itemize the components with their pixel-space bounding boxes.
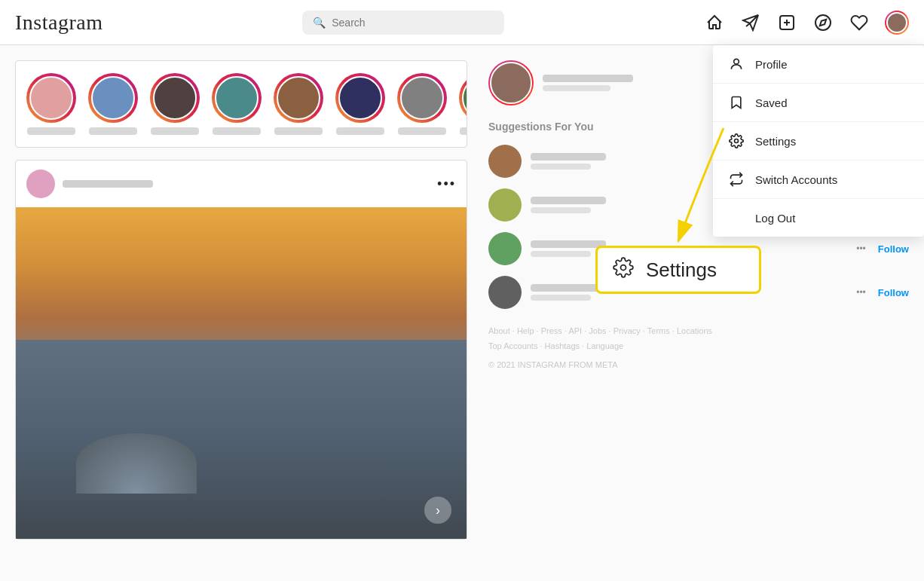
story-label [274, 127, 323, 135]
logo: Instagram [15, 11, 102, 35]
dropdown-item-settings[interactable]: Settings [713, 122, 924, 161]
footer-link-press[interactable]: Press [541, 326, 562, 335]
story-avatar [153, 76, 197, 120]
more-dots-icon: ••• [856, 287, 866, 298]
dropdown-saved-label: Saved [755, 96, 788, 109]
post-username [63, 180, 153, 188]
footer-link-hashtags[interactable]: Hashtags [545, 341, 580, 350]
story-item[interactable] [459, 73, 467, 135]
heart-icon[interactable] [849, 12, 870, 33]
story-avatar [338, 76, 382, 120]
story-ring [150, 73, 200, 123]
story-label [89, 127, 137, 135]
follow-button[interactable]: Follow [878, 287, 909, 298]
story-item[interactable] [335, 73, 385, 135]
story-label [398, 127, 446, 135]
story-ring [274, 73, 323, 123]
search-input[interactable] [332, 17, 494, 29]
story-avatar [215, 76, 259, 120]
city-scene [16, 340, 467, 539]
suggestion-avatar [488, 188, 522, 222]
story-ring [26, 73, 76, 123]
profile-icon [728, 56, 745, 72]
dropdown-menu: Profile Saved Settings [713, 45, 924, 237]
follow-button[interactable]: Follow [878, 243, 909, 255]
send-icon[interactable] [740, 12, 761, 33]
footer-link-help[interactable]: Help [517, 326, 534, 335]
suggestion-sub [531, 295, 591, 301]
dropdown-item-logout[interactable]: Log Out [713, 199, 924, 237]
dropdown-profile-label: Profile [755, 58, 788, 71]
suggestion-avatar [488, 232, 522, 265]
story-item[interactable] [150, 73, 200, 135]
logout-icon [728, 209, 745, 226]
footer-link-top-accounts[interactable]: Top Accounts [488, 341, 537, 350]
header: Instagram 🔍 [0, 0, 924, 45]
story-item[interactable] [26, 73, 76, 135]
dome-building [76, 433, 197, 494]
post-avatar [26, 170, 55, 198]
story-avatar [29, 76, 73, 120]
footer-link-jobs[interactable]: Jobs [589, 326, 606, 335]
story-label [336, 127, 384, 135]
footer-link-terms[interactable]: Terms [647, 326, 670, 335]
add-post-icon[interactable] [776, 12, 797, 33]
footer-links: About · Help · Press · API · Jobs · Priv… [488, 324, 909, 354]
nav-icons [704, 11, 909, 35]
svg-point-7 [735, 139, 739, 143]
feed: ••• › [15, 60, 467, 540]
svg-point-4 [815, 15, 831, 30]
svg-marker-5 [820, 19, 826, 25]
story-avatar [462, 76, 467, 120]
footer-link-privacy[interactable]: Privacy [613, 326, 641, 335]
suggestions-title: Suggestions For You [488, 121, 594, 133]
suggestion-name [531, 153, 606, 161]
suggestion-sub [531, 207, 591, 213]
story-ring [459, 73, 467, 123]
story-ring [212, 73, 262, 123]
dropdown-item-switch[interactable]: Switch Accounts [713, 161, 924, 199]
next-button[interactable]: › [424, 497, 451, 524]
more-dots-icon: ••• [856, 243, 866, 254]
footer-link-row-2: Top Accounts · Hashtags · Language [488, 339, 909, 354]
story-avatar [91, 76, 135, 120]
footer-link-language[interactable]: Language [586, 341, 623, 350]
post-more-button[interactable]: ••• [437, 176, 456, 192]
home-icon[interactable] [704, 12, 725, 33]
story-ring [88, 73, 138, 123]
dropdown-logout-label: Log Out [755, 212, 795, 225]
bookmark-icon [728, 94, 745, 111]
suggestion-name [531, 284, 606, 292]
suggestion-avatar [488, 276, 522, 309]
switch-icon [728, 171, 745, 188]
suggestion-sub [531, 251, 591, 257]
footer-link-about[interactable]: About [488, 326, 510, 335]
footer-link-row: About · Help · Press · API · Jobs · Priv… [488, 324, 909, 339]
gear-icon [728, 133, 745, 149]
story-ring [335, 73, 385, 123]
dropdown-item-saved[interactable]: Saved [713, 84, 924, 122]
settings-highlight-text: Settings [646, 258, 717, 282]
search-bar[interactable]: 🔍 [302, 11, 504, 35]
suggestion-name [531, 240, 606, 248]
story-ring [397, 73, 447, 123]
story-item[interactable] [397, 73, 447, 135]
story-label [27, 127, 75, 135]
svg-point-8 [621, 265, 626, 271]
footer-link-locations[interactable]: Locations [677, 326, 712, 335]
story-item[interactable] [212, 73, 262, 135]
story-avatar [277, 76, 320, 120]
story-label [213, 127, 261, 135]
explore-icon[interactable] [812, 12, 834, 33]
footer-link-api[interactable]: API [568, 326, 582, 335]
story-item[interactable] [274, 73, 323, 135]
story-label [460, 127, 467, 135]
story-label [151, 127, 199, 135]
suggestion-name [531, 197, 606, 204]
footer-copyright: © 2021 INSTAGRAM FROM META [488, 360, 909, 369]
profile-avatar[interactable] [885, 11, 909, 35]
post-card: ••• › [15, 160, 467, 540]
dropdown-item-profile[interactable]: Profile [713, 45, 924, 84]
dropdown-settings-label: Settings [755, 135, 796, 148]
story-item[interactable] [88, 73, 138, 135]
